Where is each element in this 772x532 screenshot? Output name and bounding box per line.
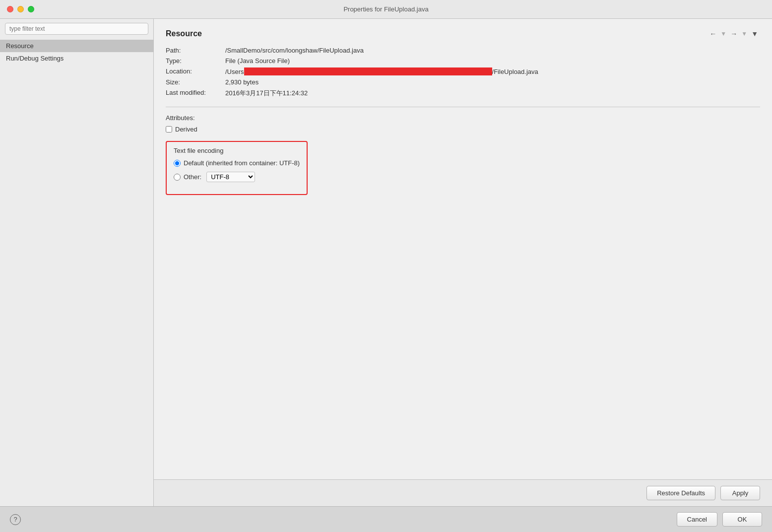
encoding-title: Text file encoding (174, 147, 300, 154)
prop-row-path: Path: /SmallDemo/src/com/loongshaw/FileU… (166, 47, 760, 54)
prop-label-modified: Last modified: (166, 89, 225, 96)
prop-row-location: Location: /Users/FileUpload.java (166, 67, 760, 75)
sidebar-item-resource[interactable]: Resource (0, 40, 153, 52)
help-button[interactable]: ? (10, 514, 21, 525)
sidebar: Resource Run/Debug Settings (0, 19, 154, 506)
panel-nav-icons: ← ▼ → ▼ ▼ (708, 29, 760, 39)
apply-button[interactable]: Apply (720, 486, 760, 500)
derived-checkbox[interactable] (166, 126, 172, 133)
encoding-box: Text file encoding Default (inherited fr… (166, 141, 308, 195)
content-panel: Resource ← ▼ → ▼ ▼ Path: /SmallDemo/src/… (154, 19, 772, 479)
prop-row-type: Type: File (Java Source File) (166, 57, 760, 65)
divider (166, 107, 760, 107)
encoding-default-row: Default (inherited from container: UTF-8… (174, 159, 300, 167)
prop-label-path: Path: (166, 47, 225, 54)
prop-label-location: Location: (166, 67, 225, 75)
window-title: Properties for FileUpload.java (343, 5, 428, 13)
encoding-default-radio[interactable] (174, 160, 181, 167)
derived-checkbox-row: Derived (166, 126, 760, 133)
footer-bar: ? Cancel OK (0, 506, 772, 532)
main-content: Resource Run/Debug Settings Resource ← ▼… (0, 19, 772, 506)
nav-dropdown-icon[interactable]: ▼ (749, 29, 760, 39)
panel-title-text: Resource (166, 29, 202, 38)
attributes-section: Attributes: Derived (166, 114, 760, 133)
content-area: Resource ← ▼ → ▼ ▼ Path: /SmallDemo/src/… (154, 19, 772, 506)
nav-forward-icon[interactable]: → (728, 29, 739, 39)
restore-defaults-button[interactable]: Restore Defaults (646, 486, 715, 500)
encoding-default-label: Default (inherited from container: UTF-8… (184, 159, 300, 167)
ok-button[interactable]: OK (722, 512, 762, 527)
prop-label-size: Size: (166, 78, 225, 86)
derived-label: Derived (175, 126, 197, 133)
encoding-other-radio[interactable] (174, 174, 181, 181)
prop-value-type: File (Java Source File) (225, 57, 760, 65)
prop-value-size: 2,930 bytes (225, 78, 760, 86)
prop-row-size: Size: 2,930 bytes (166, 78, 760, 86)
sidebar-item-run-debug[interactable]: Run/Debug Settings (0, 52, 153, 65)
bottom-action-buttons: Restore Defaults Apply (154, 479, 772, 506)
nav-back-icon[interactable]: ← (708, 29, 718, 39)
prop-row-modified: Last modified: 2016年3月17日下午11:24:32 (166, 89, 760, 98)
footer-right-buttons: Cancel OK (677, 512, 762, 527)
panel-header: Resource ← ▼ → ▼ ▼ (166, 29, 760, 39)
location-prefix: /Users (225, 68, 244, 75)
prop-label-type: Type: (166, 57, 225, 65)
close-button[interactable] (7, 6, 13, 12)
encoding-other-row: Other: UTF-8 UTF-16 ISO-8859-1 US-ASCII (174, 172, 300, 182)
prop-value-modified: 2016年3月17日下午11:24:32 (225, 89, 760, 98)
title-bar: Properties for FileUpload.java (0, 0, 772, 19)
properties-table: Path: /SmallDemo/src/com/loongshaw/FileU… (166, 47, 760, 98)
prop-value-location: /Users/FileUpload.java (225, 67, 760, 75)
search-input[interactable] (5, 23, 148, 35)
help-icon-label: ? (13, 516, 17, 523)
location-suffix: /FileUpload.java (492, 68, 538, 75)
cancel-button[interactable]: Cancel (677, 512, 717, 527)
prop-value-path: /SmallDemo/src/com/loongshaw/FileUpload.… (225, 47, 760, 54)
encoding-other-label: Other: (184, 173, 201, 181)
redacted-bar (244, 67, 492, 75)
encoding-other-select[interactable]: UTF-8 UTF-16 ISO-8859-1 US-ASCII (206, 172, 255, 182)
attributes-label: Attributes: (166, 114, 760, 122)
traffic-lights (7, 6, 34, 12)
minimize-button[interactable] (17, 6, 24, 12)
maximize-button[interactable] (28, 6, 34, 12)
